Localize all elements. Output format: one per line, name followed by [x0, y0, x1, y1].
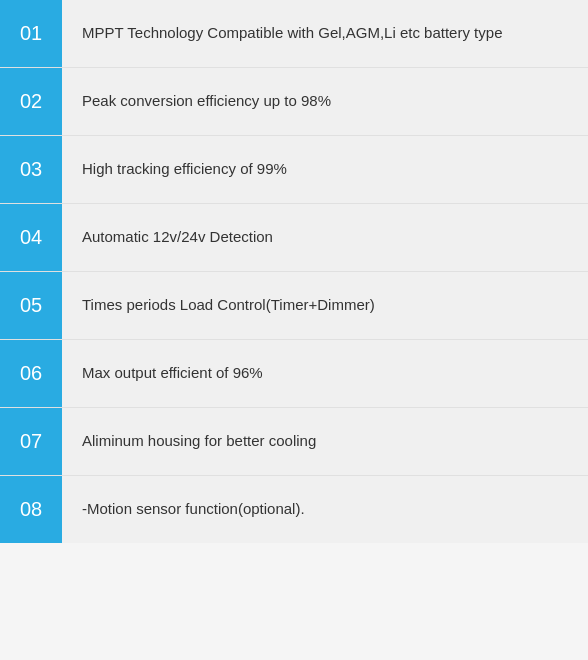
list-item: 05Times periods Load Control(Timer+Dimme…: [0, 272, 588, 340]
item-text-08: -Motion sensor function(optional).: [62, 476, 588, 543]
item-text-01: MPPT Technology Compatible with Gel,AGM,…: [62, 0, 588, 67]
list-item: 04Automatic 12v/24v Detection: [0, 204, 588, 272]
item-text-02: Peak conversion efficiency up to 98%: [62, 68, 588, 135]
list-item: 06Max output efficient of 96%: [0, 340, 588, 408]
list-item: 08-Motion sensor function(optional).: [0, 476, 588, 543]
item-text-03: High tracking efficiency of 99%: [62, 136, 588, 203]
item-number-04: 04: [0, 204, 62, 271]
list-item: 01MPPT Technology Compatible with Gel,AG…: [0, 0, 588, 68]
item-number-07: 07: [0, 408, 62, 475]
item-number-03: 03: [0, 136, 62, 203]
item-text-06: Max output efficient of 96%: [62, 340, 588, 407]
item-text-07: Aliminum housing for better cooling: [62, 408, 588, 475]
feature-list: 01MPPT Technology Compatible with Gel,AG…: [0, 0, 588, 543]
item-number-02: 02: [0, 68, 62, 135]
list-item: 07Aliminum housing for better cooling: [0, 408, 588, 476]
list-item: 02Peak conversion efficiency up to 98%: [0, 68, 588, 136]
item-number-06: 06: [0, 340, 62, 407]
item-number-01: 01: [0, 0, 62, 67]
item-text-04: Automatic 12v/24v Detection: [62, 204, 588, 271]
item-number-08: 08: [0, 476, 62, 543]
item-number-05: 05: [0, 272, 62, 339]
list-item: 03High tracking efficiency of 99%: [0, 136, 588, 204]
item-text-05: Times periods Load Control(Timer+Dimmer): [62, 272, 588, 339]
